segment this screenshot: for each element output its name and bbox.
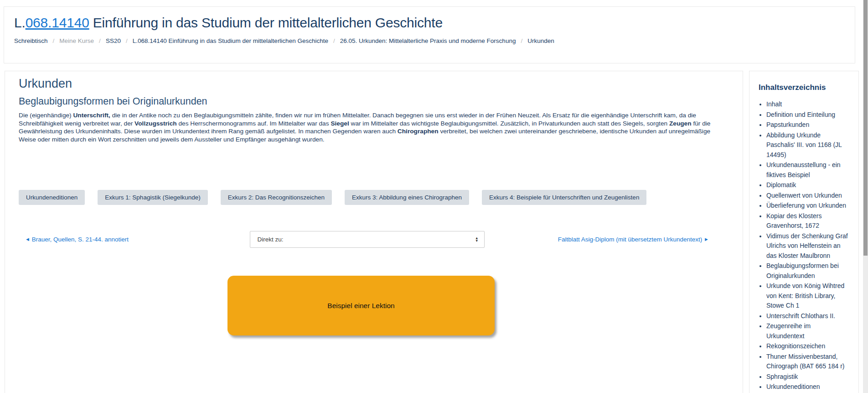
lesson-tab-button[interactable]: Exkurs 3: Abbildung eines Chirographen	[345, 190, 469, 205]
course-prefix: L.	[14, 15, 26, 30]
course-header: L.068.14140 Einführung in das Studium de…	[4, 6, 855, 63]
breadcrumb-item: Meine Kurse	[48, 37, 94, 44]
breadcrumb-item[interactable]: Schreibtisch	[14, 37, 48, 44]
select-updown-icon: ▲ ▼	[475, 237, 478, 242]
course-title-text: Einführung in das Studium der mittelalte…	[89, 15, 443, 30]
lesson-navigation-row: ◄ Brauer, Quellen, S. 21-44. annotiert D…	[19, 231, 729, 248]
jump-to-selected-value: Direkt zu:	[258, 236, 284, 243]
lesson-tab-button[interactable]: Urkundeneditionen	[19, 190, 85, 205]
lesson-tab-button[interactable]: Exkurs 1: Sphagistik (Siegelkunde)	[98, 190, 207, 205]
toc-item[interactable]: Urkunde von König Wihtred von Kent: Brit…	[766, 281, 849, 311]
toc-item[interactable]: Vidimus der Schenkung Graf Ulrichs von H…	[766, 231, 849, 261]
breadcrumb-item[interactable]: L.068.14140 Einführung in das Studium de…	[121, 37, 328, 44]
toc-title: Inhaltsverzeichnis	[759, 83, 849, 92]
toc-item[interactable]: Papsturkunden	[766, 120, 849, 130]
section-title: Beglaubigungsformen bei Originalurkunden	[19, 95, 729, 108]
previous-activity-link[interactable]: ◄ Brauer, Quellen, S. 21-44. annotiert	[19, 236, 250, 243]
previous-activity-label: Brauer, Quellen, S. 21-44. annotiert	[32, 236, 129, 243]
lesson-tab-buttons: UrkundeneditionenExkurs 1: Sphagistik (S…	[19, 190, 729, 205]
breadcrumb-item[interactable]: Urkunden	[516, 37, 554, 44]
next-activity-label: Faltblatt Asig-Diplom (mit übersetztem U…	[558, 236, 703, 243]
breadcrumb-item[interactable]: SS20	[94, 37, 121, 44]
toc-item[interactable]: Kopiar des Klosters Gravenhorst, 1672	[766, 211, 849, 231]
vertical-scrollbar[interactable]	[863, 0, 868, 393]
breadcrumb: SchreibtischMeine KurseSS20L.068.14140 E…	[14, 37, 845, 44]
toc-item[interactable]: Urkundenausstellung - ein fiktives Beisp…	[766, 160, 849, 180]
toc-item[interactable]: Thuner Missivenbestand, Chirograph (BAT …	[766, 352, 849, 372]
toc-item[interactable]: Quellenwert von Urkunden	[766, 191, 849, 201]
toc-item[interactable]: Abbildung Urkunde Paschalis' III. von 11…	[766, 131, 849, 160]
toc-item[interactable]: Diplomatik	[766, 180, 849, 190]
toc-item[interactable]: Definition und Einteilung	[766, 110, 849, 120]
jump-to-select[interactable]: Direkt zu: ▲ ▼	[250, 231, 485, 248]
lesson-tab-button[interactable]: Exkurs 2: Das Recognitionszeichen	[221, 190, 332, 205]
page-title: Urkunden	[19, 76, 729, 91]
example-lesson-button[interactable]: Beispiel einer Lektion	[227, 276, 495, 335]
toc-item[interactable]: Inhalt	[766, 100, 849, 110]
previous-arrow-icon: ◄	[25, 236, 30, 242]
toc-item[interactable]: Urkundeneditionen	[766, 382, 849, 392]
toc-item[interactable]: Überlieferung von Urkunden	[766, 201, 849, 211]
course-heading: L.068.14140 Einführung in das Studium de…	[14, 14, 845, 31]
next-activity-link[interactable]: Faltblatt Asig-Diplom (mit übersetztem U…	[485, 236, 729, 243]
toc-list: InhaltDefinition und EinteilungPapsturku…	[759, 100, 849, 392]
table-of-contents: Inhaltsverzeichnis InhaltDefinition und …	[749, 71, 859, 393]
next-arrow-icon: ►	[704, 236, 709, 242]
breadcrumb-item[interactable]: 26.05. Urkunden: Mittelalterliche Praxis…	[328, 37, 516, 44]
scrollbar-thumb[interactable]	[863, 0, 868, 256]
lesson-paragraph: Die (eigenhändige) Unterschrift, die in …	[19, 111, 729, 143]
course-number-link[interactable]: 068.14140	[26, 15, 89, 30]
toc-item[interactable]: Zeugenreihe im Urkundentext	[766, 321, 849, 341]
toc-item[interactable]: Unterschrift Chlothars II.	[766, 311, 849, 321]
toc-item[interactable]: Beglaubigungsformen bei Originalurkunden	[766, 261, 849, 281]
toc-item[interactable]: Sphragistik	[766, 372, 849, 382]
example-lesson-button-label: Beispiel einer Lektion	[327, 302, 394, 310]
toc-item[interactable]: Rekognitionszeichen	[766, 341, 849, 351]
lesson-content-card: Urkunden Beglaubigungsformen bei Origina…	[5, 71, 743, 393]
lesson-tab-button[interactable]: Exkurs 4: Beispiele für Unterschriften u…	[482, 190, 646, 205]
